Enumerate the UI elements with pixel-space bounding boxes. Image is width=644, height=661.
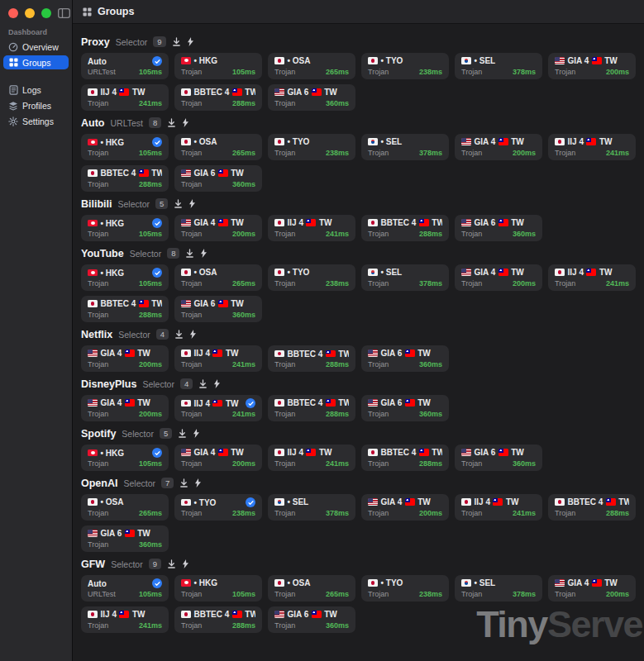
proxy-latency: 241ms — [513, 509, 536, 517]
proxy-card[interactable]: GIA 6TWTrojan360ms — [455, 215, 542, 241]
proxy-card[interactable]: • HKGTrojan105ms — [81, 215, 169, 241]
proxy-card[interactable]: BBTEC 4TWTrojan288ms — [548, 494, 636, 521]
latency-test-icon[interactable] — [174, 199, 183, 208]
sidebar-item-overview[interactable]: Overview — [3, 40, 69, 54]
speed-test-icon[interactable] — [200, 249, 208, 258]
proxy-card[interactable]: • HKGTrojan105ms — [81, 134, 169, 160]
proxy-card[interactable]: GIA 6TWTrojan360ms — [361, 345, 449, 372]
proxy-protocol: Trojan — [88, 459, 108, 468]
proxy-card[interactable]: • SELTrojan378ms — [268, 494, 355, 521]
proxy-card[interactable]: AutoURLTest105ms — [81, 575, 169, 602]
proxy-card[interactable]: • HKGTrojan105ms — [174, 575, 262, 602]
proxy-card[interactable]: • TYOTrojan238ms — [174, 494, 262, 521]
proxy-card[interactable]: • OSATrojan265ms — [268, 53, 355, 79]
proxy-card[interactable]: BBTEC 4TWTrojan288ms — [174, 84, 262, 111]
proxy-card[interactable]: GIA 4TWTrojan200ms — [548, 575, 636, 602]
proxy-card[interactable]: • SELTrojan378ms — [361, 134, 449, 160]
close-window-button[interactable] — [8, 8, 18, 18]
proxy-name-suffix: TW — [511, 448, 524, 457]
sidebar-item-settings[interactable]: Settings — [3, 114, 69, 128]
proxy-card[interactable]: • HKGTrojan105ms — [81, 264, 169, 291]
proxy-card[interactable]: • OSATrojan265ms — [81, 494, 169, 521]
group-count-badge: 4 — [180, 378, 193, 389]
latency-test-icon[interactable] — [185, 249, 194, 258]
sidebar-item-logs[interactable]: Logs — [3, 83, 69, 97]
proxy-card[interactable]: • HKGTrojan105ms — [81, 445, 169, 471]
flag-hk-icon — [88, 449, 98, 457]
proxy-card[interactable]: IIJ 4TWTrojan241ms — [174, 345, 262, 372]
proxy-card[interactable]: • SELTrojan378ms — [455, 575, 542, 602]
proxy-card[interactable]: GIA 6TWTrojan360ms — [81, 525, 169, 552]
proxy-card[interactable]: • SELTrojan378ms — [361, 264, 449, 291]
proxy-card[interactable]: • SELTrojan378ms — [455, 53, 542, 79]
proxy-card[interactable]: GIA 6TWTrojan360ms — [174, 165, 262, 192]
proxy-card[interactable]: GIA 4TWTrojan200ms — [81, 345, 169, 372]
proxy-card[interactable]: GIA 6TWTrojan360ms — [174, 296, 262, 322]
speed-test-icon[interactable] — [193, 429, 200, 438]
proxy-card[interactable]: GIA 4TWTrojan200ms — [455, 264, 542, 291]
sidebar-item-profiles[interactable]: Profiles — [3, 98, 69, 112]
proxy-card[interactable]: GIA 6TWTrojan360ms — [268, 606, 355, 633]
proxy-card[interactable]: AutoURLTest105ms — [81, 53, 169, 79]
proxy-card[interactable]: GIA 4TWTrojan200ms — [455, 134, 542, 160]
proxy-card[interactable]: GIA 4TWTrojan200ms — [174, 215, 262, 241]
proxy-card[interactable]: IIJ 4TWTrojan241ms — [268, 215, 355, 241]
proxy-latency: 200ms — [232, 230, 255, 238]
speed-test-icon[interactable] — [194, 478, 202, 487]
proxy-card[interactable]: IIJ 4TWTrojan241ms — [174, 395, 262, 421]
proxy-card[interactable]: • TYOTrojan238ms — [361, 53, 449, 79]
proxy-card[interactable]: • OSATrojan265ms — [174, 134, 262, 160]
latency-test-icon[interactable] — [198, 379, 208, 388]
proxy-card[interactable]: IIJ 4TWTrojan241ms — [455, 494, 542, 521]
proxy-card[interactable]: GIA 4TWTrojan200ms — [174, 445, 262, 471]
proxy-latency: 105ms — [232, 68, 255, 76]
flag-jp-icon — [555, 138, 565, 145]
proxy-card[interactable]: BBTEC 4TWTrojan288ms — [174, 606, 262, 633]
proxy-card[interactable]: BBTEC 4TWTrojan288ms — [81, 165, 169, 192]
proxy-card[interactable]: BBTEC 4TWTrojan288ms — [268, 395, 355, 421]
proxy-card[interactable]: GIA 4TWTrojan200ms — [361, 494, 449, 521]
sidebar: Dashboard Overview Groups Logs — [0, 0, 73, 661]
speed-test-icon[interactable] — [188, 199, 196, 208]
proxy-group: DisneyPlusSelector4GIA 4TWTrojan200msIIJ… — [81, 377, 636, 421]
speed-test-icon[interactable] — [187, 37, 194, 46]
sidebar-toggle-icon[interactable] — [58, 8, 70, 18]
speed-test-icon[interactable] — [213, 379, 221, 388]
proxy-protocol: Trojan — [368, 410, 389, 418]
proxy-card[interactable]: IIJ 4TWTrojan241ms — [81, 84, 169, 111]
sidebar-item-groups[interactable]: Groups — [3, 55, 69, 69]
zoom-window-button[interactable] — [41, 8, 51, 18]
proxy-card[interactable]: GIA 4TWTrojan200ms — [81, 395, 169, 421]
latency-test-icon[interactable] — [179, 478, 188, 487]
proxy-card[interactable]: BBTEC 4TWTrojan288ms — [81, 296, 169, 322]
speed-test-icon[interactable] — [189, 330, 197, 339]
proxy-card[interactable]: • TYOTrojan238ms — [268, 134, 355, 160]
latency-test-icon[interactable] — [167, 559, 176, 568]
proxy-card[interactable]: • TYOTrojan238ms — [361, 575, 449, 602]
proxy-card[interactable]: IIJ 4TWTrojan241ms — [548, 134, 636, 160]
proxy-card[interactable]: BBTEC 4TWTrojan288ms — [361, 215, 449, 241]
latency-test-icon[interactable] — [174, 330, 184, 339]
proxy-card[interactable]: GIA 6TWTrojan360ms — [268, 84, 355, 111]
proxy-name-suffix: TW — [417, 497, 431, 506]
proxy-card[interactable]: • OSATrojan265ms — [174, 264, 262, 291]
proxy-card[interactable]: IIJ 4TWTrojan241ms — [81, 606, 169, 633]
speed-test-icon[interactable] — [182, 559, 189, 568]
minimize-window-button[interactable] — [25, 8, 35, 18]
latency-test-icon[interactable] — [167, 118, 176, 127]
proxy-name: GIA 4 — [101, 398, 122, 407]
proxy-card[interactable]: BBTEC 4TWTrojan288ms — [268, 345, 355, 372]
proxy-card[interactable]: GIA 6TWTrojan360ms — [455, 445, 542, 471]
proxy-card[interactable]: • HKGTrojan105ms — [174, 53, 262, 79]
proxy-card[interactable]: GIA 6TWTrojan360ms — [361, 395, 449, 421]
speed-test-icon[interactable] — [182, 118, 189, 127]
proxy-card[interactable]: IIJ 4TWTrojan241ms — [548, 264, 636, 291]
proxy-card[interactable]: • TYOTrojan238ms — [268, 264, 355, 291]
proxy-card[interactable]: GIA 4TWTrojan200ms — [548, 53, 636, 79]
latency-test-icon[interactable] — [172, 37, 181, 46]
proxy-card[interactable]: IIJ 4TWTrojan241ms — [268, 445, 355, 471]
proxy-card[interactable]: BBTEC 4TWTrojan288ms — [361, 445, 449, 471]
proxy-protocol: Trojan — [181, 590, 202, 598]
proxy-card[interactable]: • OSATrojan265ms — [268, 575, 355, 602]
latency-test-icon[interactable] — [178, 429, 187, 438]
